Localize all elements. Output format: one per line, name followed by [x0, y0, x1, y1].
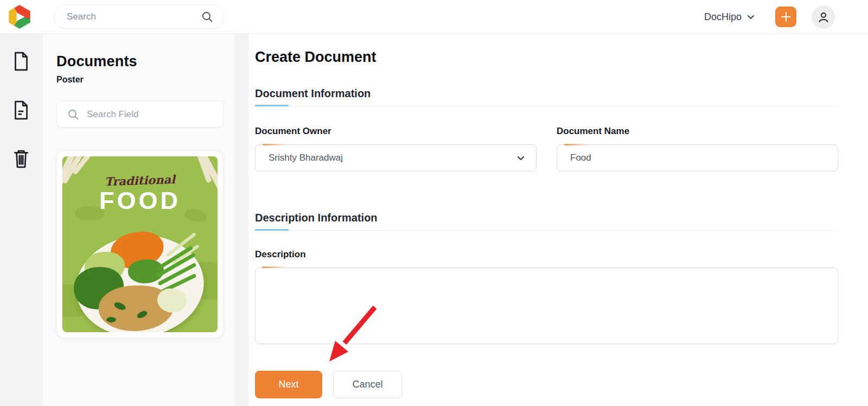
document-thumbnail-card[interactable]: Traditional FOOD — [56, 150, 224, 338]
sidebar-item-documents[interactable] — [11, 51, 31, 72]
top-header: DocHipo — [0, 0, 868, 34]
global-search[interactable] — [54, 4, 224, 29]
global-search-input[interactable] — [67, 11, 201, 22]
document-owner-select[interactable]: Srishty Bharadwaj — [255, 144, 537, 172]
document-search-input[interactable] — [87, 109, 215, 120]
panel-title: Documents — [56, 53, 234, 70]
focus-accent — [263, 144, 288, 145]
section-title-document-information: Document Information — [255, 87, 838, 100]
section-title-description-information: Description Information — [255, 212, 838, 224]
create-new-button[interactable] — [775, 7, 796, 27]
panel-divider — [234, 34, 248, 406]
template-icon — [11, 100, 31, 120]
document-name-label: Document Name — [557, 126, 838, 137]
document-owner-label: Document Owner — [255, 126, 537, 137]
focus-accent — [262, 267, 287, 268]
play-icon — [13, 10, 27, 24]
user-avatar[interactable] — [812, 5, 835, 29]
focus-accent — [564, 144, 589, 145]
plus-icon — [780, 11, 792, 23]
sidebar-item-trash[interactable] — [11, 149, 31, 169]
next-button[interactable]: Next — [255, 371, 322, 398]
salad-bowl-image — [76, 236, 204, 332]
document-name-field: Document Name — [557, 126, 838, 172]
chevron-down-icon — [746, 12, 755, 21]
document-owner-value: Srishty Bharadwaj — [269, 153, 516, 163]
panel-subtitle: Poster — [56, 75, 234, 85]
sidebar-item-templates[interactable] — [11, 100, 31, 120]
workspace-name: DocHipo — [704, 11, 742, 23]
description-textarea[interactable] — [255, 268, 838, 344]
document-icon — [11, 51, 31, 72]
section-accent — [255, 229, 289, 231]
description-input-wrap — [255, 268, 838, 346]
section-divider — [255, 230, 838, 231]
person-icon — [816, 10, 831, 24]
document-name-input[interactable] — [570, 153, 827, 163]
create-document-form: Create Document Document Information Doc… — [248, 34, 868, 406]
section-divider — [255, 106, 838, 106]
search-icon[interactable] — [201, 10, 214, 23]
workspace-switcher[interactable]: DocHipo — [704, 0, 755, 34]
document-owner-field: Document Owner Srishty Bharadwaj — [255, 126, 537, 172]
documents-panel: Documents Poster Traditional FOOD — [42, 34, 234, 406]
description-label: Description — [255, 249, 838, 260]
page-title: Create Document — [255, 49, 838, 66]
search-icon — [67, 108, 80, 121]
document-name-input-wrap[interactable] — [557, 144, 838, 172]
document-search[interactable] — [56, 101, 224, 128]
poster-title-text: FOOD — [62, 187, 218, 215]
dochipo-logo-icon[interactable] — [8, 5, 31, 29]
food-poster-thumbnail: Traditional FOOD — [62, 156, 218, 332]
section-accent — [255, 105, 289, 106]
chevron-down-icon[interactable] — [516, 154, 525, 162]
left-icon-rail — [0, 34, 42, 406]
trash-icon — [11, 149, 31, 169]
cancel-button[interactable]: Cancel — [333, 371, 402, 398]
